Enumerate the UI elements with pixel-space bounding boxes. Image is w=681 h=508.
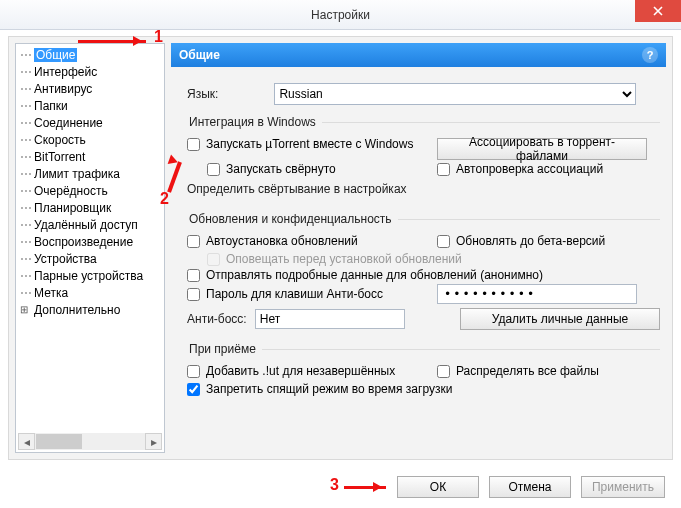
btn-associate-torrent[interactable]: Ассоциировать в торрент-файлами	[437, 138, 647, 160]
chk-auto-check-assoc[interactable]: Автопроверка ассоциаций	[437, 162, 660, 176]
tree-item-interface[interactable]: ⋯Интерфейс	[16, 63, 164, 80]
tree-item-devices[interactable]: ⋯Устройства	[16, 250, 164, 267]
window-title: Настройки	[311, 8, 370, 22]
tree-item-playback[interactable]: ⋯Воспроизведение	[16, 233, 164, 250]
tree-item-queue[interactable]: ⋯Очерёдность	[16, 182, 164, 199]
tree-item-advanced[interactable]: ⊞Дополнительно	[16, 301, 164, 318]
anti-boss-field[interactable]	[255, 309, 405, 329]
tree-item-speed[interactable]: ⋯Скорость	[16, 131, 164, 148]
chk-beta-updates[interactable]: Обновлять до бета-версий	[437, 234, 660, 248]
chk-add-ut-ext[interactable]: Добавить .!ut для незавершённых	[187, 364, 437, 378]
tree-h-scrollbar[interactable]: ◂ ▸	[18, 433, 162, 450]
anti-boss-label: Анти-босс:	[187, 312, 247, 326]
tree-item-label[interactable]: ⋯Метка	[16, 284, 164, 301]
language-label: Язык:	[187, 87, 218, 101]
scroll-thumb[interactable]	[36, 434, 82, 449]
tree-item-general[interactable]: ⋯Общие	[16, 46, 164, 63]
dialog-footer: ОК Отмена Применить	[0, 466, 681, 508]
panel-header: Общие ?	[171, 43, 666, 67]
apply-button[interactable]: Применить	[581, 476, 665, 498]
close-button[interactable]	[635, 0, 681, 22]
tree-item-paired-devices[interactable]: ⋯Парные устройства	[16, 267, 164, 284]
group-integration-legend: Интеграция в Windows	[187, 115, 322, 129]
group-receive: При приёме Добавить .!ut для незавершённ…	[187, 342, 660, 400]
tree-item-antivirus[interactable]: ⋯Антивирус	[16, 80, 164, 97]
language-select[interactable]: Russian	[274, 83, 636, 105]
tree-item-remote[interactable]: ⋯Удалённый доступ	[16, 216, 164, 233]
close-icon	[653, 6, 663, 16]
boss-password-field[interactable]	[437, 284, 637, 304]
scroll-right-icon[interactable]: ▸	[145, 433, 162, 450]
chk-start-minimized[interactable]: Запускать свёрнуто	[207, 162, 437, 176]
chk-boss-password[interactable]: Пароль для клавиши Анти-босс	[187, 287, 437, 301]
group-updates-legend: Обновления и конфиденциальность	[187, 212, 398, 226]
tree-item-scheduler[interactable]: ⋯Планировщик	[16, 199, 164, 216]
chk-send-anon-data[interactable]: Отправлять подробные данные для обновлен…	[187, 268, 660, 282]
chk-auto-update[interactable]: Автоустановка обновлений	[187, 234, 437, 248]
tree-item-bittorrent[interactable]: ⋯BitTorrent	[16, 148, 164, 165]
chk-notify-before-update: Оповещать перед установкой обновлений	[207, 252, 660, 266]
settings-body: ⋯Общие ⋯Интерфейс ⋯Антивирус ⋯Папки ⋯Сое…	[8, 36, 673, 460]
group-updates: Обновления и конфиденциальность Автоуста…	[187, 212, 660, 332]
titlebar: Настройки	[0, 0, 681, 30]
panel-body: Язык: Russian Интеграция в Windows Запус…	[171, 71, 666, 453]
chk-preallocate[interactable]: Распределять все файлы	[437, 364, 660, 378]
ok-button[interactable]: ОК	[397, 476, 479, 498]
chk-prevent-sleep[interactable]: Запретить спящий режим во время загрузки	[187, 382, 660, 396]
group-integration: Интеграция в Windows Запускать µTorrent …	[187, 115, 660, 202]
panel-title-text: Общие	[179, 48, 220, 62]
tree-item-folders[interactable]: ⋯Папки	[16, 97, 164, 114]
category-tree[interactable]: ⋯Общие ⋯Интерфейс ⋯Антивирус ⋯Папки ⋯Сое…	[15, 43, 165, 453]
btn-clear-personal-data[interactable]: Удалить личные данные	[460, 308, 660, 330]
cancel-button[interactable]: Отмена	[489, 476, 571, 498]
chk-start-with-windows[interactable]: Запускать µTorrent вместе с Windows	[187, 137, 437, 151]
define-minimize-text: Определить свёртывание в настройках	[187, 182, 407, 196]
scroll-left-icon[interactable]: ◂	[18, 433, 35, 450]
tree-item-connection[interactable]: ⋯Соединение	[16, 114, 164, 131]
group-receive-legend: При приёме	[187, 342, 262, 356]
tree-item-traffic-limit[interactable]: ⋯Лимит трафика	[16, 165, 164, 182]
help-icon[interactable]: ?	[642, 47, 658, 63]
